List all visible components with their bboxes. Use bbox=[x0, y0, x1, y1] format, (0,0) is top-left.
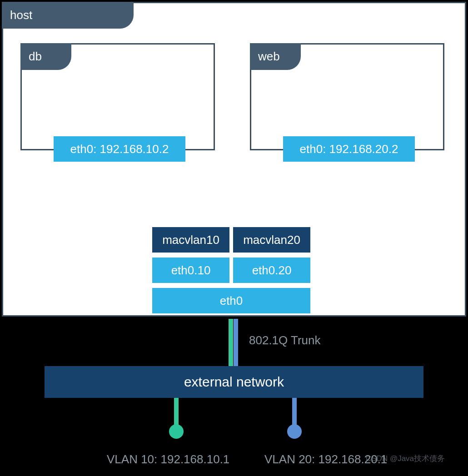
web-label: web bbox=[258, 50, 280, 63]
external-network-text: external network bbox=[184, 374, 284, 390]
trunk-label: 802.1Q Trunk bbox=[249, 333, 321, 347]
container-db: db eth0: 192.168.10.2 bbox=[20, 43, 215, 150]
svg-point-5 bbox=[287, 424, 302, 439]
host-label: host bbox=[10, 8, 32, 22]
eth020-box: eth0.20 bbox=[233, 258, 310, 283]
db-label: db bbox=[29, 50, 42, 63]
web-eth0: eth0: 192.168.20.2 bbox=[283, 136, 415, 162]
host-eth0-box: eth0 bbox=[152, 288, 310, 313]
eth010-text: eth0.10 bbox=[171, 263, 211, 278]
web-label-tab: web bbox=[250, 43, 301, 70]
macvlan10-box: macvlan10 bbox=[152, 227, 229, 253]
vlan10-label: VLAN 10: 192.168.10.1 bbox=[107, 452, 229, 466]
host-label-tab: host bbox=[2, 2, 134, 29]
db-eth0-text: eth0: 192.168.10.2 bbox=[70, 142, 169, 156]
db-label-tab: db bbox=[20, 43, 71, 70]
eth020-text: eth0.20 bbox=[252, 263, 292, 278]
macvlan20-text: macvlan20 bbox=[243, 233, 300, 247]
macvlan10-text: macvlan10 bbox=[162, 233, 219, 247]
macvlan20-box: macvlan20 bbox=[233, 227, 310, 253]
container-web: web eth0: 192.168.20.2 bbox=[250, 43, 444, 150]
db-eth0: eth0: 192.168.10.2 bbox=[54, 136, 185, 162]
svg-point-3 bbox=[169, 424, 184, 439]
watermark: CSDN @Java技术债务 bbox=[366, 453, 445, 464]
web-eth0-text: eth0: 192.168.20.2 bbox=[300, 142, 398, 156]
external-network-box: external network bbox=[45, 366, 423, 398]
eth010-box: eth0.10 bbox=[152, 258, 229, 283]
host-eth0-text: eth0 bbox=[220, 294, 243, 308]
